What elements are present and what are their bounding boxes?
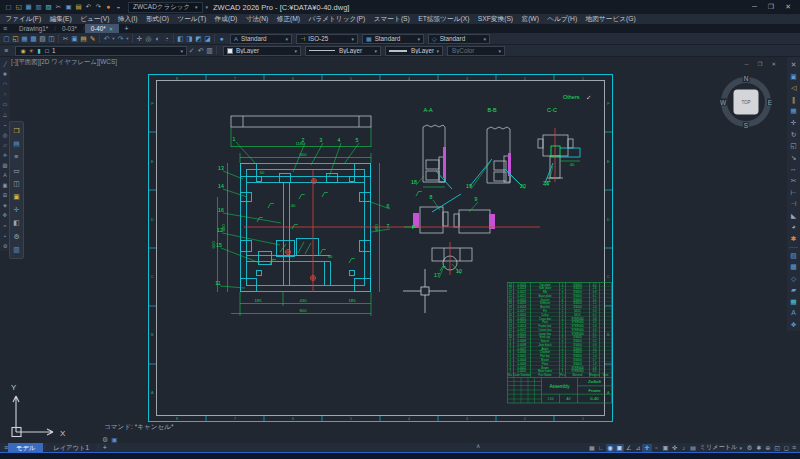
tab-layout1[interactable]: レイアウト1 [45, 443, 97, 452]
zoom-window-icon[interactable]: ◐ [153, 34, 162, 44]
dyn-input-icon[interactable]: ✛ [642, 444, 651, 452]
properties-panel-icon[interactable]: ❒ [12, 125, 21, 136]
match-properties-icon[interactable]: ✎ [88, 34, 97, 44]
mleader-style-combo[interactable]: ◇ Standard ▾ [428, 34, 490, 44]
chevron-down-icon[interactable]: ▾ [374, 48, 377, 54]
undo-icon[interactable]: ↶ [102, 34, 111, 44]
mirror-icon[interactable]: ◁ [789, 82, 798, 94]
layer-states-button[interactable]: ▥ [205, 46, 214, 56]
layer-lock-icon[interactable]: ▮ [35, 46, 43, 56]
ducs-icon[interactable]: ⊿ [633, 444, 642, 452]
menu-item[interactable]: ヘルプ(H) [543, 14, 581, 24]
chevron-down-icon[interactable]: ▾ [180, 48, 183, 54]
compass-south[interactable]: S [743, 122, 749, 129]
stretch-icon[interactable]: ↘ [789, 152, 798, 164]
layer-on-icon[interactable]: ◉ [19, 46, 27, 56]
list-icon[interactable]: ≡ [12, 151, 21, 162]
move-tool-icon[interactable]: ✛ [12, 204, 21, 215]
maximize-button[interactable]: ❐ [768, 3, 774, 11]
doc-tab[interactable]: Drawing1* [13, 24, 54, 33]
menu-item[interactable]: スマート(S) [369, 14, 414, 24]
polar-icon[interactable]: ◉ [606, 444, 615, 452]
menu-item[interactable]: 寸法(N) [241, 14, 272, 24]
copy-object-icon[interactable]: ▣ [789, 71, 798, 83]
workspace-dropdown[interactable]: ZWCADクラシック ▾ [128, 2, 203, 13]
save-icon[interactable]: ▦ [20, 34, 29, 44]
menu-item[interactable]: 地図サービス(G) [581, 14, 640, 24]
minimize-button[interactable]: ─ [752, 3, 757, 11]
chevron-down-icon[interactable]: ▾ [739, 445, 742, 451]
menu-item[interactable]: ツール(T) [173, 14, 210, 24]
fullscreen-icon[interactable]: ◱ [773, 444, 782, 452]
tab-model[interactable]: モデル [8, 443, 43, 452]
redraw-icon[interactable]: ● [217, 34, 226, 44]
text-style-combo[interactable]: A Standard ▾ [230, 34, 292, 44]
linetype-combo[interactable]: ByLayer ▾ [305, 46, 381, 56]
paste-icon[interactable]: ▤ [74, 2, 83, 12]
chevron-down-icon[interactable]: ▾ [285, 36, 288, 42]
menu-item[interactable]: 窓(W) [517, 14, 543, 24]
lengthen-icon[interactable]: ↔ [789, 163, 798, 175]
new-tab-button[interactable]: + [119, 25, 133, 32]
break-icon[interactable]: ⊣ [789, 198, 798, 210]
cut-icon[interactable]: ✂ [61, 34, 70, 44]
scale-icon[interactable]: ◱ [789, 140, 798, 152]
doc-restore-button[interactable]: ❐ [757, 61, 762, 67]
paste-icon[interactable]: ▤ [79, 34, 88, 44]
offset-icon[interactable]: ∥ [789, 94, 798, 106]
save-all-icon[interactable]: ▥ [34, 2, 43, 12]
save-as-icon[interactable]: ▩ [29, 34, 38, 44]
add-layout-button[interactable]: + [99, 444, 111, 451]
lineweight-combo[interactable]: ByLayer ▾ [385, 46, 443, 56]
layer-previous-button[interactable]: ↶ [196, 46, 205, 56]
menu-item[interactable]: 修正(M) [273, 14, 305, 24]
area-icon[interactable]: ◫ [12, 178, 21, 189]
xline-icon[interactable]: ✚ [1, 70, 10, 80]
customize-icon[interactable]: ◻ [782, 444, 791, 452]
arc-icon[interactable]: ◠ [1, 80, 10, 90]
zoom-previous-icon[interactable]: ◔ [162, 34, 171, 44]
chevron-down-icon[interactable]: ▾ [294, 48, 297, 54]
fillet-icon[interactable]: ◕ [789, 221, 798, 233]
measure-icon[interactable]: ⚙ [12, 231, 21, 242]
chevron-down-icon[interactable]: ▾ [483, 36, 486, 42]
compass-top-face[interactable]: TOP [734, 90, 759, 115]
menu-item[interactable]: ビュー(V) [76, 14, 114, 24]
drawing-canvas[interactable]: 8877665544332211FFEEDDCCBBAA [0, 57, 800, 443]
open-icon[interactable]: ◱ [11, 34, 20, 44]
block-editor-icon[interactable]: ▣ [12, 191, 21, 202]
move-icon[interactable]: ✛ [789, 117, 798, 129]
layers-panel-icon[interactable]: ▤ [12, 138, 21, 149]
trim-icon[interactable]: ✂ [789, 175, 798, 187]
copy-icon[interactable]: ▣ [70, 34, 79, 44]
erase-icon[interactable]: ✕ [789, 59, 798, 71]
copy-icon[interactable]: ▣ [64, 2, 73, 12]
close-tab-icon[interactable]: ✕ [109, 26, 114, 32]
pan-icon[interactable]: ✛ [135, 34, 144, 44]
osnap-icon[interactable]: ▣ [615, 444, 624, 452]
3d-views-icon[interactable]: ◩ [194, 34, 203, 44]
menu-item[interactable]: 編集(E) [45, 14, 76, 24]
layer-color-swatch-icon[interactable]: □ [43, 46, 51, 56]
menu-item[interactable]: 挿入(I) [114, 14, 142, 24]
explode-icon[interactable]: ✱ [789, 233, 798, 245]
layer-combo[interactable]: ◉☀▮□ 1 ▾ [15, 46, 187, 56]
menu-item[interactable]: SXF変換(S) [474, 14, 518, 24]
menu-item[interactable]: 作成(D) [210, 14, 241, 24]
annotation-scale-icon[interactable]: ♪ [679, 444, 688, 452]
layer-make-current-button[interactable]: ✓ [187, 46, 196, 56]
group-icon[interactable]: ◧ [12, 217, 21, 228]
compass-north[interactable]: N [743, 75, 750, 82]
named-views-icon[interactable]: ◨ [185, 34, 194, 44]
plot-preview-icon[interactable]: ◫ [47, 34, 56, 44]
isolate-objects-icon[interactable]: ⚙ [745, 444, 754, 452]
viewport-controls-label[interactable]: [-][平面図][2D ワイヤフレーム][WCS] [11, 58, 117, 67]
clean-screen-icon[interactable]: ✱ [754, 444, 763, 452]
dim-style-combo[interactable]: ⊣ ISO-25 ▾ [296, 34, 358, 44]
circle-icon[interactable]: ○ [1, 90, 10, 100]
close-button[interactable]: ✕ [785, 3, 791, 11]
line-icon[interactable]: ╱ [1, 60, 10, 70]
redo-dropdown-arrow[interactable]: ▾ [125, 34, 130, 44]
rotate-icon[interactable]: ↻ [789, 129, 798, 141]
plot-icon[interactable]: ▨ [38, 34, 47, 44]
